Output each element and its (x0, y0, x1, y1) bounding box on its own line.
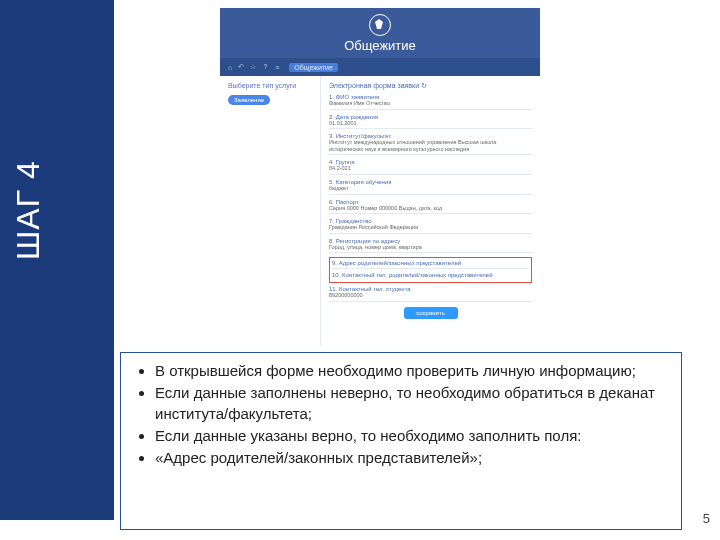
field-value: 01.01.2001 (329, 120, 532, 127)
list-item: Если данные указаны верно, то необходимо… (155, 426, 667, 446)
application-form-panel: Электронная форма заявки ↻ 1. ФИО заявит… (320, 76, 540, 346)
field-institute: 3. Институт/факультет Институт междунаро… (329, 133, 532, 155)
step-label: ШАГ 4 (10, 160, 47, 260)
field-value: Институт международных отношений управле… (329, 139, 532, 152)
field-label: 9. Адрес родителей/законных представител… (332, 260, 529, 266)
app-header: Общежитие (220, 8, 540, 58)
list-item: В открывшейся форме необходимо проверить… (155, 361, 667, 381)
service-type-title: Выберите тип услуги (228, 82, 312, 89)
app-title: Общежитие (220, 38, 540, 53)
field-birthdate: 2. Дата рождения 01.01.2001 (329, 114, 532, 130)
home-icon[interactable]: ⌂ (228, 64, 232, 71)
save-button[interactable]: сохранить (404, 307, 458, 319)
back-icon[interactable]: ↶ (238, 63, 244, 71)
field-label: 10. Контактный тел. родителей/законных п… (332, 272, 529, 278)
app-toolbar: ⌂ ↶ ☆ ？ ≡ Общежитие (220, 58, 540, 76)
field-student-phone: 11. Контактный тел. студента 89200000000 (329, 286, 532, 302)
list-item: «Адрес родителей/законных представителей… (155, 448, 667, 468)
field-value: бюджет (329, 185, 532, 192)
field-value: Город, улица, номер дома, квартира (329, 244, 532, 251)
field-parents-phone[interactable]: 10. Контактный тел. родителей/законных п… (332, 272, 529, 280)
list-item: Если данные заполнены неверно, то необхо… (155, 383, 667, 424)
field-category: 5. Категория обучения бюджет (329, 179, 532, 195)
field-value: 04.2-021 (329, 165, 532, 172)
required-fields-highlight: 9. Адрес родителей/законных представител… (329, 257, 532, 283)
field-value: Серия 0000 Номер 000000 Выдан, дата, код (329, 205, 532, 212)
field-registration: 8. Регистрация по адресу Город, улица, н… (329, 238, 532, 254)
field-passport: 6. Паспорт Серия 0000 Номер 000000 Выдан… (329, 199, 532, 215)
service-type-panel: Выберите тип услуги Заявление (220, 76, 320, 346)
field-value: Фамилия Имя Отчество (329, 100, 532, 107)
field-value: Гражданин Российской Федерации (329, 224, 532, 231)
form-title: Электронная форма заявки ↻ (329, 82, 532, 90)
service-tag-application[interactable]: Заявление (228, 95, 270, 105)
university-logo-icon (369, 14, 391, 36)
field-fullname: 1. ФИО заявителя Фамилия Имя Отчество (329, 94, 532, 110)
menu-icon[interactable]: ≡ (275, 64, 279, 71)
field-citizenship: 7. Гражданство Гражданин Российской Феде… (329, 218, 532, 234)
field-parents-address[interactable]: 9. Адрес родителей/законных представител… (332, 260, 529, 269)
app-body: Выберите тип услуги Заявление Электронна… (220, 76, 540, 346)
field-value: 89200000000 (329, 292, 532, 299)
help-icon[interactable]: ？ (262, 62, 269, 72)
tab-dormitory[interactable]: Общежитие (289, 63, 338, 72)
field-group: 4. Группа 04.2-021 (329, 159, 532, 175)
instructions-box: В открывшейся форме необходимо проверить… (120, 352, 682, 530)
app-screenshot: Общежитие ⌂ ↶ ☆ ？ ≡ Общежитие Выберите т… (220, 8, 540, 346)
page-number: 5 (703, 511, 710, 526)
slide-sidebar: ШАГ 4 (0, 0, 114, 520)
instructions-list: В открывшейся форме необходимо проверить… (135, 361, 667, 468)
star-icon[interactable]: ☆ (250, 63, 256, 71)
